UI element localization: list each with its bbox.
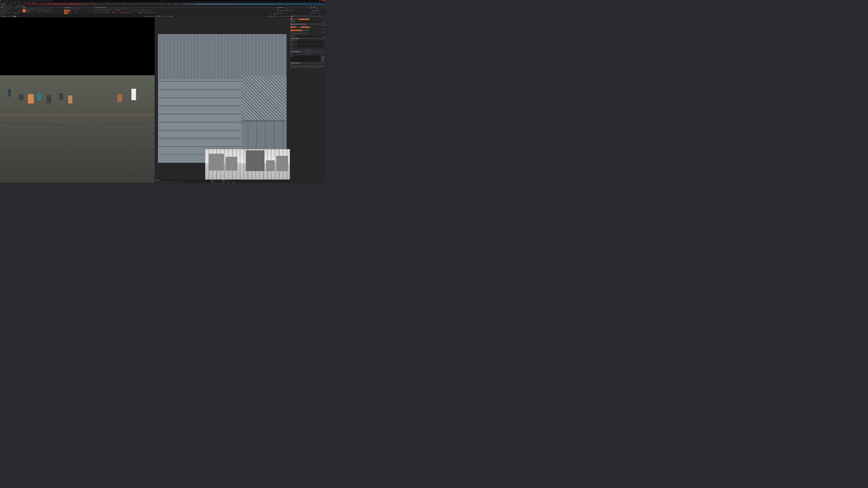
window-minimize[interactable]: —	[319, 0, 321, 1]
vp3d-shape5[interactable]	[6, 16, 8, 17]
tb-tx[interactable]: 0	[164, 181, 166, 182]
uvt-fit[interactable]: Fit	[232, 181, 233, 182]
pk-stepoff[interactable]: Step Off	[131, 10, 134, 11]
ig-remove[interactable]: Remove	[277, 13, 280, 13]
pk-g1[interactable]: ▤	[104, 9, 106, 11]
seams-tool-4[interactable]: ⟲	[0, 12, 2, 14]
sp-a-crush[interactable]: Crush	[303, 33, 305, 34]
texeld-toggle[interactable]: Texel D	[21, 5, 25, 6]
menu-groups[interactable]: Groups	[9, 2, 13, 3]
menu-files[interactable]: Files	[0, 2, 3, 3]
sp-sel-4[interactable]: ▢	[298, 19, 299, 20]
pk-g3[interactable]: ▤	[112, 12, 114, 13]
b2[interactable]: ▲	[292, 30, 294, 31]
c1[interactable]: ⇤	[291, 33, 292, 34]
seams-tool-2[interactable]: ⎯	[2, 10, 4, 11]
pk-box[interactable]: Box	[145, 10, 146, 11]
vp3d-shape11[interactable]	[16, 16, 17, 17]
pk-grid[interactable]: Grid .200	[100, 10, 104, 11]
pk-set[interactable]: Set	[103, 12, 105, 13]
viewport-uv[interactable]: ✕ + ⊞ ▦ ▦ 0 Selected 0 3D 135132 Hidd… I…	[155, 16, 290, 183]
c4[interactable]: ⤓	[296, 33, 297, 34]
tm-avg[interactable]: Avg	[318, 13, 320, 13]
seams-update[interactable]: Update Unwrap	[14, 12, 22, 13]
islands-off-toggle[interactable]: Off	[9, 4, 11, 5]
pk-stacked[interactable]: Stacked	[147, 10, 150, 11]
tb-t-ic1[interactable]: ↗	[166, 181, 168, 183]
window-maximize[interactable]: ▢	[321, 0, 323, 1]
al2[interactable]: ▮	[292, 26, 294, 28]
sp-uvch-delete[interactable]: Delete	[320, 60, 325, 62]
vp3d-shape3[interactable]	[3, 16, 4, 17]
sp-auto-maxv[interactable]: 10	[296, 41, 324, 42]
c3[interactable]: ⤒	[294, 33, 296, 34]
pk-tileval[interactable]: 0.99	[270, 14, 274, 15]
sp-uvch-list[interactable]: Default	[290, 56, 320, 62]
ig-select[interactable]: Select	[277, 10, 279, 11]
axis-gizmo-3d[interactable]: y x z	[1, 179, 4, 182]
menu-unfold[interactable]: Unfold	[13, 2, 17, 3]
matid-toggle[interactable]: Mat ID	[17, 5, 20, 6]
sp-sel-10[interactable]: ▣	[308, 19, 309, 20]
al10[interactable]: ▣	[306, 26, 307, 28]
unwrap-area[interactable]: 0.25	[50, 9, 53, 11]
sp-a-l1[interactable]: 🔒	[322, 36, 323, 37]
layout-i1[interactable]: 1	[73, 12, 74, 13]
c7[interactable]: ▢	[301, 33, 303, 34]
sp-auto-aminv[interactable]: 1	[296, 46, 324, 48]
vp3d-shape12[interactable]	[17, 16, 18, 17]
unwrap-flips[interactable]: 1 Flips	[37, 10, 41, 11]
sp-auto-ns[interactable]: ▸	[324, 42, 324, 43]
layout-px[interactable]: Px	[73, 10, 74, 11]
tm-link[interactable]: Link	[311, 13, 313, 13]
tm-avgnormal[interactable]: Avg Normal	[315, 10, 319, 11]
pk-fast[interactable]: Fast	[94, 10, 96, 11]
unwrap-button[interactable]: U	[22, 9, 26, 12]
c6[interactable]: ↕	[299, 33, 301, 34]
sp-uvch-rename[interactable]: Rename	[322, 53, 325, 54]
c5[interactable]: ↔	[298, 33, 299, 34]
ig-none[interactable]: None	[280, 13, 282, 13]
islands-mode-button[interactable]: ISLANDS	[0, 4, 6, 5]
ig-bboxes[interactable]: B.Boxes	[286, 10, 289, 11]
sp-select-l3[interactable]: ▣	[324, 22, 324, 23]
tb-show[interactable]: Show	[211, 182, 214, 183]
sp-uvch-item-default[interactable]: Default	[291, 56, 320, 57]
pk-keepavg[interactable]: Keep Avg	[119, 12, 124, 13]
menu-select[interactable]: Select	[6, 2, 9, 3]
sp-sel-x[interactable]: ✕	[291, 19, 292, 20]
tm-free[interactable]: Free	[313, 13, 315, 13]
sp-auto-ms[interactable]: ▸	[324, 41, 324, 41]
pk-specTD[interactable]: Specified T.D	[116, 10, 123, 11]
menu-help[interactable]: Help	[34, 2, 37, 3]
b11[interactable]: ▦	[308, 30, 309, 31]
pk-free[interactable]: Free	[137, 12, 139, 13]
unwrap-on[interactable]: On	[50, 11, 53, 12]
layout-res[interactable]: 102…	[75, 10, 78, 11]
b5[interactable]: ●	[298, 30, 299, 31]
pk-lock1[interactable]: 🔒	[143, 9, 144, 11]
sp-select-val[interactable]: 0.99	[292, 22, 321, 23]
tb-rx[interactable]: 0	[175, 181, 177, 182]
vp3d-shape1[interactable]	[0, 16, 2, 17]
seams-tool-1[interactable]: ✂	[0, 10, 2, 11]
window-close[interactable]: ✕	[323, 0, 325, 1]
sp-sel-7[interactable]: ▣	[303, 19, 304, 20]
pk-keep[interactable]: Keep	[111, 10, 116, 11]
c9[interactable]: ↕	[307, 33, 308, 34]
sp-sel-1[interactable]: ▢	[292, 19, 294, 20]
b8[interactable]: ▼	[303, 30, 304, 31]
unwrap-c1[interactable]: ↔	[48, 9, 49, 11]
al4[interactable]: ▢	[296, 26, 297, 28]
unwrap-c2[interactable]: ↕	[48, 11, 49, 13]
al6[interactable]: ▢	[299, 26, 301, 28]
layout-p[interactable]: 4	[71, 12, 72, 13]
sp-uvch-setcur[interactable]: Set Current	[320, 56, 325, 57]
pk-tdfield[interactable]: —	[123, 10, 125, 11]
optimize-button[interactable]: O	[26, 9, 29, 12]
vp3d-shape2[interactable]	[2, 16, 3, 17]
pk-similar[interactable]: Similar Islands Stacking	[144, 12, 152, 13]
al11[interactable]: ▣	[308, 26, 309, 28]
b9[interactable]: ◢	[304, 30, 306, 31]
vpuv-s10[interactable]: ⊞	[169, 16, 170, 17]
